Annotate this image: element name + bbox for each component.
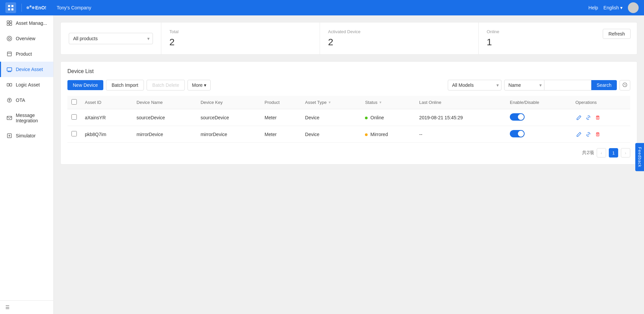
- sidebar-item-overview[interactable]: Overview: [0, 31, 53, 46]
- status-filter-icon[interactable]: ▼: [379, 101, 382, 104]
- device-icon: [6, 66, 12, 72]
- sidebar-item-label: Logic Asset: [16, 82, 40, 87]
- sidebar-item-simulator[interactable]: Simulator: [0, 128, 53, 143]
- row-operations: [572, 109, 631, 126]
- row-device-name: sourceDevice: [132, 109, 197, 126]
- delete-icon[interactable]: [594, 131, 601, 138]
- next-page-button[interactable]: ›: [621, 148, 630, 158]
- delete-icon[interactable]: [594, 114, 601, 121]
- enable-toggle[interactable]: [510, 130, 525, 137]
- brand-logo: EnOS: [21, 4, 50, 12]
- svg-rect-12: [7, 23, 9, 25]
- table-row: pkb8Q7im mirrorDevice mirrorDevice Meter…: [67, 126, 630, 143]
- model-select-wrapper: All Models: [448, 80, 501, 90]
- status-text: Mirrored: [370, 132, 388, 137]
- batch-import-button[interactable]: Batch Import: [106, 80, 144, 90]
- th-checkbox: [67, 96, 81, 109]
- svg-rect-23: [10, 83, 12, 86]
- page-1-button[interactable]: 1: [609, 148, 618, 158]
- th-product: Product: [261, 96, 301, 109]
- top-nav-right: Help English ▾: [588, 2, 639, 13]
- row-checkbox[interactable]: [71, 131, 77, 136]
- sidebar-item-label: Overview: [16, 36, 35, 41]
- svg-rect-18: [7, 68, 12, 71]
- sidebar-item-message[interactable]: Message Integration: [0, 108, 53, 128]
- app-grid-button[interactable]: [5, 2, 16, 13]
- main-content: Refresh All products Total 2 Activated D…: [54, 15, 644, 314]
- asset-type-filter-icon[interactable]: ▼: [328, 101, 331, 104]
- row-product: Meter: [261, 109, 301, 126]
- stat-card-total: Total 2: [161, 22, 320, 54]
- select-all-checkbox[interactable]: [71, 99, 77, 105]
- svg-rect-32: [596, 117, 599, 119]
- search-input[interactable]: [544, 80, 591, 90]
- svg-rect-0: [8, 5, 10, 7]
- table-header-row: Asset ID Device Name Device Key Product: [67, 96, 630, 109]
- stat-label-online: Online: [487, 29, 629, 34]
- row-device-key: sourceDevice: [197, 109, 261, 126]
- sidebar-collapse[interactable]: ☰: [0, 300, 53, 314]
- sidebar-item-product[interactable]: Product: [0, 46, 53, 62]
- sidebar-item-device-asset[interactable]: Device Asset: [0, 62, 53, 77]
- svg-rect-22: [7, 83, 9, 86]
- th-last-online: Last Online: [415, 96, 506, 109]
- row-enable-disable: [506, 126, 572, 143]
- ota-icon: [6, 97, 12, 103]
- stats-row: All products Total 2 Activated Device 2 …: [60, 22, 637, 55]
- stat-value-total: 2: [169, 37, 312, 48]
- feedback-tab[interactable]: Feedback: [635, 143, 644, 171]
- row-device-key: mirrorDevice: [197, 126, 261, 143]
- logo-area: EnOS Tony's Company: [5, 2, 91, 13]
- overview-icon: [6, 36, 12, 42]
- th-asset-id: Asset ID: [81, 96, 132, 109]
- search-field-wrapper: Name Device Key Asset ID: [504, 80, 544, 90]
- link-icon[interactable]: [585, 114, 592, 121]
- stat-label-total: Total: [169, 29, 312, 34]
- row-product: Meter: [261, 126, 301, 143]
- svg-point-5: [30, 5, 32, 7]
- th-enable-disable: Enable/Disable: [506, 96, 572, 109]
- stat-card-activated: Activated Device 2: [320, 22, 479, 54]
- svg-text:EnOS: EnOS: [35, 5, 46, 10]
- edit-icon[interactable]: [576, 114, 582, 121]
- product-select[interactable]: All products: [69, 33, 153, 44]
- new-device-button[interactable]: New Device: [67, 80, 103, 90]
- sidebar-item-logic-asset[interactable]: Logic Asset: [0, 77, 53, 92]
- search-button[interactable]: Search: [591, 80, 617, 90]
- more-chevron-icon: ▾: [204, 82, 206, 88]
- link-icon[interactable]: [585, 131, 592, 138]
- th-asset-type: Asset Type ▼: [301, 96, 361, 109]
- device-list-panel: Device List New Device Batch Import Batc…: [60, 61, 637, 165]
- th-status: Status ▼: [361, 96, 415, 109]
- toolbar-right: All Models Name Device Key Asset ID: [448, 80, 630, 90]
- batch-delete-button[interactable]: Batch Delete: [147, 80, 185, 90]
- collapse-icon[interactable]: ☰: [5, 305, 10, 310]
- sidebar-item-ota[interactable]: OTA: [0, 92, 53, 108]
- table-row: aXainsYR sourceDevice sourceDevice Meter…: [67, 109, 630, 126]
- th-device-name: Device Name: [132, 96, 197, 109]
- total-count: 共2项: [582, 150, 594, 156]
- device-table-body: aXainsYR sourceDevice sourceDevice Meter…: [67, 109, 630, 143]
- help-link[interactable]: Help: [588, 5, 598, 10]
- stats-section: Refresh All products Total 2 Activated D…: [60, 22, 637, 55]
- history-icon-button[interactable]: [620, 80, 630, 90]
- svg-rect-16: [7, 52, 11, 56]
- device-list-title: Device List: [67, 68, 630, 74]
- status-dot: [365, 117, 368, 119]
- prev-page-button[interactable]: ‹: [597, 148, 606, 158]
- logic-icon: [6, 82, 12, 88]
- edit-icon[interactable]: [576, 131, 582, 138]
- stat-value-activated: 2: [328, 37, 470, 48]
- user-avatar[interactable]: [628, 2, 639, 13]
- model-select[interactable]: All Models: [448, 80, 501, 90]
- sidebar-item-label: Device Asset: [16, 67, 43, 72]
- search-field-select[interactable]: Name Device Key Asset ID: [504, 80, 544, 90]
- enable-toggle[interactable]: [510, 113, 525, 121]
- device-table: Asset ID Device Name Device Key Product: [67, 96, 630, 143]
- row-checkbox[interactable]: [71, 114, 77, 120]
- status-dot: [365, 133, 368, 136]
- language-selector[interactable]: English ▾: [603, 5, 623, 10]
- product-filter-card: All products: [61, 22, 161, 54]
- more-button[interactable]: More ▾: [187, 80, 211, 90]
- sidebar-item-label: Simulator: [16, 133, 36, 138]
